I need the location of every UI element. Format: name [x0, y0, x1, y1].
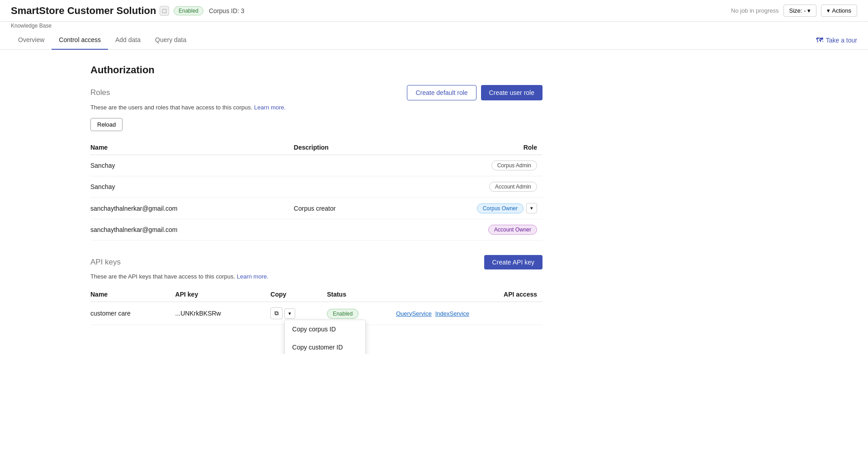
- size-button[interactable]: Size: - ▾: [783, 5, 817, 17]
- roles-learn-more-link[interactable]: Learn more.: [254, 104, 286, 111]
- chevron-down-icon: ▾: [807, 7, 811, 14]
- status-badge: Enabled: [327, 309, 359, 319]
- col-header-name: Name: [90, 140, 294, 155]
- role-badge: Account Admin: [489, 182, 537, 192]
- job-status: No job in progress: [731, 7, 779, 14]
- api-key-access: QueryService IndexService: [396, 302, 542, 325]
- row-role: Corpus Owner ▾: [398, 198, 542, 219]
- role-dropdown-button[interactable]: ▾: [526, 203, 537, 213]
- api-keys-table: Name API key Copy Status API access cust…: [90, 287, 542, 325]
- col-header-api-key: API key: [175, 287, 271, 302]
- tab-add-data[interactable]: Add data: [108, 31, 148, 50]
- actions-button[interactable]: ▾ Actions: [821, 5, 857, 17]
- copy-customer-id-item[interactable]: Copy customer ID: [285, 338, 365, 354]
- create-user-role-button[interactable]: Create user role: [481, 85, 542, 100]
- copy-cell: ⧉ ▾ Copy corpus ID Copy customer ID Copy…: [270, 307, 321, 319]
- row-role: Account Admin: [398, 176, 542, 198]
- reload-button[interactable]: Reload: [90, 118, 123, 131]
- api-keys-description: These are the API keys that have access …: [90, 273, 542, 280]
- app-title: SmartStore Customer Solution: [11, 5, 156, 17]
- copy-dropdown-container: ▾ Copy corpus ID Copy customer ID Copy a…: [284, 308, 295, 319]
- row-name: sanchaythalnerkar@gmail.com: [90, 198, 294, 219]
- col-header-name: Name: [90, 287, 175, 302]
- api-keys-label: API keys: [90, 258, 121, 267]
- table-row: sanchaythalnerkar@gmail.com Account Owne…: [90, 219, 542, 241]
- row-role: Corpus Admin: [398, 155, 542, 176]
- section-divider: API keys Create API key These are the AP…: [90, 255, 542, 325]
- tab-control-access[interactable]: Control access: [52, 31, 108, 50]
- tour-icon: 🗺: [816, 36, 823, 44]
- corpus-id: Corpus ID: 3: [209, 7, 245, 14]
- tab-bar: Overview Control access Add data Query d…: [0, 31, 868, 50]
- col-header-description: Description: [294, 140, 398, 155]
- roles-label: Roles: [90, 88, 110, 97]
- api-keys-header: API keys Create API key: [90, 255, 542, 269]
- main-content: Authorization Roles Create default role …: [0, 50, 633, 354]
- take-a-tour-link[interactable]: 🗺 Take a tour: [816, 33, 857, 48]
- table-row: Sanchay Corpus Admin: [90, 155, 542, 176]
- col-header-status: Status: [327, 287, 396, 302]
- row-role: Account Owner: [398, 219, 542, 241]
- authorization-title: Authorization: [90, 64, 542, 76]
- row-description: Corpus creator: [294, 198, 398, 219]
- create-default-role-button[interactable]: Create default role: [407, 85, 476, 100]
- table-row: customer care ...UNKrkBKSRw ⧉ ▾ Copy cor…: [90, 302, 542, 325]
- tab-query-data[interactable]: Query data: [148, 31, 193, 50]
- tab-overview[interactable]: Overview: [11, 31, 52, 50]
- row-name: Sanchay: [90, 155, 294, 176]
- table-row: Sanchay Account Admin: [90, 176, 542, 198]
- col-header-copy: Copy: [270, 287, 327, 302]
- row-description: [294, 155, 398, 176]
- row-description: [294, 176, 398, 198]
- api-access-list: QueryService IndexService: [396, 310, 537, 317]
- copy-dropdown-menu: Copy corpus ID Copy customer ID Copy all: [284, 320, 366, 354]
- role-badge: Corpus Owner: [477, 203, 524, 213]
- window-icon-button[interactable]: □: [160, 6, 169, 16]
- api-key-copy: ⧉ ▾ Copy corpus ID Copy customer ID Copy…: [270, 302, 327, 325]
- table-row: sanchaythalnerkar@gmail.com Corpus creat…: [90, 198, 542, 219]
- roles-header: Roles Create default role Create user ro…: [90, 85, 542, 100]
- roles-actions: Create default role Create user role: [407, 85, 542, 100]
- col-header-api-access: API access: [396, 287, 542, 302]
- create-api-key-button[interactable]: Create API key: [484, 255, 542, 269]
- copy-dropdown-button[interactable]: ▾: [284, 308, 295, 319]
- enabled-badge: Enabled: [174, 6, 203, 15]
- header: SmartStore Customer Solution □ Enabled C…: [0, 0, 868, 22]
- col-header-role: Role: [398, 140, 542, 155]
- role-badge: Account Owner: [488, 225, 537, 235]
- copy-button[interactable]: ⧉: [270, 307, 283, 319]
- role-badge: Corpus Admin: [491, 161, 537, 170]
- chevron-down-icon: ▾: [827, 7, 830, 14]
- api-key-value: ...UNKrkBKSRw: [175, 302, 271, 325]
- copy-corpus-id-item[interactable]: Copy corpus ID: [285, 320, 365, 338]
- subtitle: Knowledge Base: [0, 22, 868, 29]
- api-keys-learn-more-link[interactable]: Learn more.: [237, 273, 269, 280]
- header-actions: No job in progress Size: - ▾ ▾ Actions: [731, 5, 857, 17]
- roles-section: Roles Create default role Create user ro…: [90, 85, 542, 241]
- index-service-link[interactable]: IndexService: [435, 310, 469, 317]
- roles-description: These are the users and roles that have …: [90, 104, 542, 111]
- api-key-name: customer care: [90, 302, 175, 325]
- query-service-link[interactable]: QueryService: [396, 310, 432, 317]
- row-name: Sanchay: [90, 176, 294, 198]
- row-name: sanchaythalnerkar@gmail.com: [90, 219, 294, 241]
- row-description: [294, 219, 398, 241]
- roles-table: Name Description Role Sanchay Corpus Adm…: [90, 140, 542, 241]
